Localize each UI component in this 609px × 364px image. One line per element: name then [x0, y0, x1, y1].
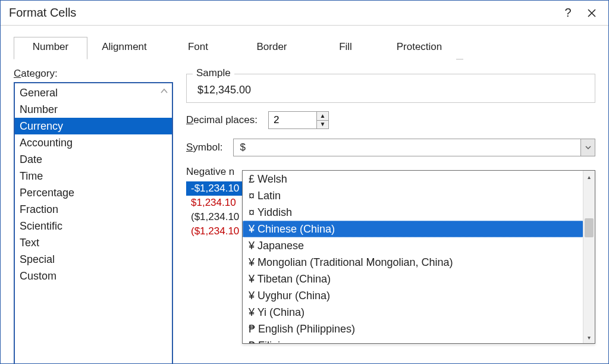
dropdown-item[interactable]: ¤ Latin	[243, 187, 595, 204]
chevron-down-icon	[585, 146, 591, 149]
dropdown-item[interactable]: £ Welsh	[243, 171, 595, 187]
symbol-value: $	[234, 142, 580, 153]
scroll-up-button[interactable]: ▴	[583, 171, 595, 183]
dropdown-item[interactable]: ¥ Tibetan (China)	[243, 271, 595, 287]
decimal-label: Decimal places:	[186, 114, 258, 126]
dropdown-item[interactable]: ₱ Filipino	[243, 337, 595, 343]
list-item[interactable]: Number	[15, 101, 172, 118]
list-item[interactable]: Currency	[15, 118, 172, 134]
tab-protection[interactable]: Protection	[382, 37, 456, 59]
list-item[interactable]: Scientific	[15, 218, 172, 234]
scroll-thumb[interactable]	[585, 218, 594, 237]
scroll-track[interactable]	[583, 183, 595, 331]
titlebar: Format Cells ?	[1, 1, 608, 26]
tab-alignment[interactable]: Alignment	[87, 37, 161, 59]
list-item[interactable]: Accounting	[15, 134, 172, 151]
dropdown-item[interactable]: ¥ Yi (China)	[243, 304, 595, 321]
dropdown-scrollbar[interactable]: ▴ ▾	[583, 171, 595, 343]
right-column: Sample $12,345.00 Decimal places: ▲ ▼ Sy…	[186, 68, 595, 364]
symbol-combobox[interactable]: $	[233, 139, 595, 156]
list-item[interactable]: Percentage	[15, 184, 172, 201]
help-button[interactable]: ?	[556, 1, 580, 25]
list-item[interactable]: Fraction	[15, 201, 172, 218]
dropdown-item[interactable]: ¥ Mongolian (Traditional Mongolian, Chin…	[243, 254, 595, 271]
decimal-row: Decimal places: ▲ ▼	[186, 111, 595, 129]
tab-border[interactable]: Border	[235, 37, 309, 59]
close-button[interactable]	[580, 1, 604, 25]
list-item[interactable]: Special	[15, 251, 172, 268]
tab-font[interactable]: Font	[161, 37, 235, 59]
list-item[interactable]: General	[15, 84, 172, 101]
decimal-spinner[interactable]: ▲ ▼	[268, 111, 329, 129]
list-item[interactable]: Custom	[15, 268, 172, 284]
decimal-input[interactable]	[269, 112, 316, 128]
spinner-up-button[interactable]: ▲	[317, 112, 328, 121]
tab-fill[interactable]: Fill	[309, 37, 382, 59]
category-column: Category: General Number Currency Accoun…	[14, 68, 173, 364]
list-item[interactable]: Time	[15, 168, 172, 184]
spinner-down-button[interactable]: ▼	[317, 121, 328, 129]
scroll-down-button[interactable]: ▾	[583, 331, 595, 343]
spinner-buttons: ▲ ▼	[316, 112, 328, 128]
symbol-label: Symbol:	[186, 142, 222, 153]
symbol-dropdown-list[interactable]: £ Welsh ¤ Latin ¤ Yiddish ¥ Chinese (Chi…	[242, 170, 595, 344]
symbol-row: Symbol: $	[186, 139, 595, 156]
scroll-up-icon[interactable]	[158, 84, 171, 98]
sample-group: Sample $12,345.00	[186, 74, 595, 103]
sample-value: $12,345.00	[187, 74, 595, 102]
dropdown-item[interactable]: ¤ Yiddish	[243, 204, 595, 221]
format-cells-dialog: Format Cells ? Number Alignment Font Bor…	[0, 0, 609, 364]
combo-dropdown-button[interactable]	[580, 139, 595, 156]
close-icon	[587, 8, 597, 18]
dropdown-item[interactable]: ₱ English (Philippines)	[243, 321, 595, 337]
tabs: Number Alignment Font Border Fill Protec…	[14, 36, 463, 59]
window-title: Format Cells	[9, 6, 556, 20]
list-item[interactable]: Date	[15, 151, 172, 168]
category-accel: C	[14, 68, 21, 79]
dropdown-item[interactable]: ¥ Japanese	[243, 237, 595, 254]
list-item[interactable]: Text	[15, 234, 172, 251]
sample-legend: Sample	[193, 67, 234, 79]
content-area: Category: General Number Currency Accoun…	[1, 59, 608, 364]
category-listbox[interactable]: General Number Currency Accounting Date …	[14, 82, 173, 364]
category-label: Category:	[14, 68, 173, 80]
dropdown-item[interactable]: ¥ Uyghur (China)	[243, 287, 595, 304]
dropdown-item[interactable]: ¥ Chinese (China)	[243, 221, 595, 237]
tab-number[interactable]: Number	[14, 37, 87, 59]
